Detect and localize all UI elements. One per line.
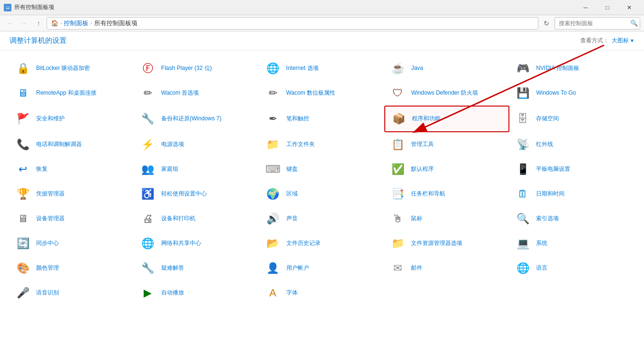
control-item-34[interactable]: 🔍索引选项 bbox=[509, 206, 634, 231]
item-label-41: 疑难解答 bbox=[161, 264, 184, 272]
control-item-32[interactable]: 🔊声音 bbox=[260, 206, 385, 231]
item-label-32: 声音 bbox=[286, 215, 298, 223]
control-item-14[interactable]: 🗄存储空间 bbox=[509, 106, 634, 132]
control-item-26[interactable]: ♿轻松使用设置中心 bbox=[135, 182, 260, 206]
item-icon-18: 📋 bbox=[389, 136, 406, 153]
item-label-29: 日期和时间 bbox=[536, 190, 565, 198]
item-label-25: 凭据管理器 bbox=[36, 190, 65, 198]
item-icon-21: 👥 bbox=[139, 161, 156, 178]
control-item-29[interactable]: 🗓日期和时间 bbox=[509, 182, 634, 206]
control-item-30[interactable]: 🖥设备管理器 bbox=[10, 206, 135, 231]
item-label-12: 笔和触控 bbox=[286, 115, 309, 123]
breadcrumb-sep2: › bbox=[90, 20, 92, 26]
item-icon-41: 🔧 bbox=[139, 260, 156, 277]
item-icon-9: 💾 bbox=[514, 85, 531, 102]
control-item-31[interactable]: 🖨设备和打印机 bbox=[135, 206, 260, 231]
control-item-21[interactable]: 👥家庭组 bbox=[135, 157, 260, 182]
control-item-41[interactable]: 🔧疑难解答 bbox=[135, 256, 260, 281]
control-item-40[interactable]: 🎨颜色管理 bbox=[10, 256, 135, 281]
control-item-39[interactable]: 💻系统 bbox=[509, 231, 634, 256]
control-item-15[interactable]: 📞电话和调制解调器 bbox=[10, 132, 135, 157]
breadcrumb-control-panel[interactable]: 控制面板 bbox=[64, 19, 88, 28]
item-label-6: Wacom 首选项 bbox=[161, 89, 199, 97]
item-icon-32: 🔊 bbox=[264, 210, 282, 227]
control-item-46[interactable]: ▶自动播放 bbox=[135, 281, 260, 305]
control-item-17[interactable]: 📁工作文件夹 bbox=[260, 132, 385, 157]
control-item-10[interactable]: 🚩安全和维护 bbox=[10, 106, 135, 132]
item-icon-30: 🖥 bbox=[14, 210, 31, 227]
breadcrumb-sep1: › bbox=[60, 20, 62, 26]
control-item-11[interactable]: 🔧备份和还原(Windows 7) bbox=[135, 106, 260, 132]
up-button[interactable]: ↑ bbox=[32, 17, 45, 29]
control-item-18[interactable]: 📋管理工具 bbox=[384, 132, 509, 157]
item-label-18: 管理工具 bbox=[411, 141, 434, 148]
control-item-9[interactable]: 💾Windows To Go bbox=[509, 81, 634, 106]
item-icon-3: ☕ bbox=[389, 60, 406, 77]
item-label-30: 设备管理器 bbox=[36, 215, 65, 223]
control-item-44[interactable]: 🌐语言 bbox=[509, 256, 634, 281]
item-label-14: 存储空间 bbox=[536, 115, 559, 123]
control-item-2[interactable]: 🌐Internet 选项 bbox=[260, 56, 385, 81]
control-item-3[interactable]: ☕Java bbox=[384, 56, 509, 81]
control-item-8[interactable]: 🛡Windows Defender 防火墙 bbox=[384, 81, 509, 106]
control-item-22[interactable]: ⌨键盘 bbox=[260, 157, 385, 182]
item-label-19: 红外线 bbox=[536, 141, 553, 148]
item-icon-2: 🌐 bbox=[264, 60, 282, 77]
maximize-button[interactable]: □ bbox=[596, 0, 618, 15]
control-item-1[interactable]: ⒻFlash Player (32 位) bbox=[135, 56, 260, 81]
item-label-35: 同步中心 bbox=[36, 240, 59, 247]
control-item-13[interactable]: 📦程序和功能 bbox=[384, 106, 509, 132]
title-bar: 🗂 所有控制面板项 ─ □ ✕ bbox=[0, 0, 644, 15]
item-label-27: 区域 bbox=[286, 190, 298, 198]
item-icon-7: ✏ bbox=[264, 85, 282, 102]
control-item-16[interactable]: ⚡电源选项 bbox=[135, 132, 260, 157]
control-item-28[interactable]: 📑任务栏和导航 bbox=[384, 182, 509, 206]
forward-button[interactable]: → bbox=[18, 17, 30, 29]
search-input[interactable] bbox=[559, 20, 630, 27]
control-item-38[interactable]: 📁文件资源管理器选项 bbox=[384, 231, 509, 256]
item-icon-1: Ⓕ bbox=[139, 60, 156, 77]
item-label-10: 安全和维护 bbox=[36, 115, 65, 123]
control-item-43[interactable]: ✉邮件 bbox=[384, 256, 509, 281]
view-current-button[interactable]: 大图标 ▼ bbox=[612, 37, 634, 45]
control-item-37[interactable]: 📂文件历史记录 bbox=[260, 231, 385, 256]
control-item-24[interactable]: 📱平板电脑设置 bbox=[509, 157, 634, 182]
item-label-20: 恢复 bbox=[36, 166, 48, 173]
back-button[interactable]: ← bbox=[4, 17, 16, 29]
control-item-47[interactable]: A字体 bbox=[260, 281, 385, 305]
item-label-44: 语言 bbox=[536, 264, 547, 272]
control-item-7[interactable]: ✏Wacom 数位板属性 bbox=[260, 81, 385, 106]
control-item-23[interactable]: ✅默认程序 bbox=[384, 157, 509, 182]
item-icon-35: 🔄 bbox=[14, 235, 31, 252]
item-label-43: 邮件 bbox=[411, 264, 422, 272]
item-label-2: Internet 选项 bbox=[286, 65, 319, 72]
control-item-33[interactable]: 🖱鼠标 bbox=[384, 206, 509, 231]
control-item-5[interactable]: 🖥RemoteApp 和桌面连接 bbox=[10, 81, 135, 106]
control-item-19[interactable]: 📡红外线 bbox=[509, 132, 634, 157]
control-item-0[interactable]: 🔒BitLocker 驱动器加密 bbox=[10, 56, 135, 81]
item-icon-42: 👤 bbox=[264, 260, 282, 277]
item-icon-46: ▶ bbox=[139, 284, 156, 302]
breadcrumb-home-icon[interactable]: 🏠 bbox=[51, 20, 59, 27]
control-item-27[interactable]: 🌍区域 bbox=[260, 182, 385, 206]
title-bar-buttons: ─ □ ✕ bbox=[575, 0, 640, 15]
control-item-25[interactable]: 🏆凭据管理器 bbox=[10, 182, 135, 206]
control-item-12[interactable]: ✒笔和触控 bbox=[260, 106, 385, 132]
control-item-20[interactable]: ↩恢复 bbox=[10, 157, 135, 182]
control-item-6[interactable]: ✏Wacom 首选项 bbox=[135, 81, 260, 106]
item-icon-25: 🏆 bbox=[14, 186, 31, 203]
control-item-45[interactable]: 🎤语音识别 bbox=[10, 281, 135, 305]
minimize-button[interactable]: ─ bbox=[575, 0, 596, 15]
item-icon-16: ⚡ bbox=[139, 136, 156, 153]
control-item-4[interactable]: 🎮NVIDIA 控制面板 bbox=[509, 56, 634, 81]
view-options: 查看方式： 大图标 ▼ bbox=[580, 37, 634, 45]
item-label-9: Windows To Go bbox=[536, 89, 576, 97]
control-item-35[interactable]: 🔄同步中心 bbox=[10, 231, 135, 256]
control-item-42[interactable]: 👤用户帐户 bbox=[260, 256, 385, 281]
close-button[interactable]: ✕ bbox=[618, 0, 640, 15]
item-label-21: 家庭组 bbox=[161, 166, 178, 173]
control-item-36[interactable]: 🌐网络和共享中心 bbox=[135, 231, 260, 256]
item-label-23: 默认程序 bbox=[411, 166, 434, 173]
refresh-button[interactable]: ↻ bbox=[540, 17, 553, 29]
item-icon-24: 📱 bbox=[514, 161, 531, 178]
